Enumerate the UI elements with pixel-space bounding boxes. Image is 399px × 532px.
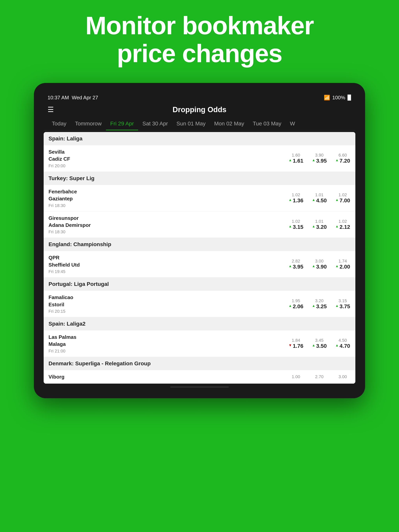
- odds-current: 2.12: [340, 224, 350, 230]
- odds-current: 3.20: [316, 224, 327, 230]
- arrow-up-icon: ▲: [289, 224, 292, 228]
- odds-current: 3.15: [293, 224, 303, 230]
- odds-column-2: 1.02▲7.00: [335, 192, 350, 204]
- arrow-up-icon: ▲: [335, 264, 339, 268]
- match-row[interactable]: Las PalmasMalagaFri 21:001.84▼1.763.45▲3…: [44, 330, 355, 357]
- match-teams: QPRSheffield Utd: [49, 254, 288, 268]
- arrow-up-icon: ▲: [312, 198, 315, 202]
- match-time: Fri 19:45: [49, 269, 288, 274]
- tab-today[interactable]: Today: [48, 119, 71, 130]
- odds-column-2: 1.74▲2.00: [335, 259, 350, 270]
- odds-prev: 1.02: [339, 219, 347, 224]
- odds-prev: 2.70: [315, 374, 324, 379]
- arrow-up-icon: ▲: [312, 343, 315, 347]
- match-row[interactable]: Viborg1.002.703.00: [44, 370, 355, 384]
- arrow-down-icon: ▼: [289, 343, 292, 347]
- arrow-up-icon: ▲: [289, 264, 292, 268]
- odds-current: 7.00: [340, 197, 350, 204]
- odds-current: 7.20: [340, 158, 350, 164]
- tab-tue03may[interactable]: Tue 03 May: [248, 119, 286, 130]
- odds-prev: 1.74: [339, 259, 347, 264]
- odds-prev: 1.00: [292, 374, 300, 379]
- odds-prev: 1.02: [292, 192, 300, 197]
- match-time: Fri 21:00: [49, 348, 288, 354]
- app-headline: Monitor bookmaker price changes: [70, 12, 329, 67]
- odds-column-1: 3.90▲3.95: [312, 153, 327, 164]
- odds-column-2: 3.15▲3.75: [335, 298, 350, 310]
- match-row[interactable]: GiresunsporAdana DemirsporFri 18:301.02▲…: [44, 211, 355, 238]
- odds-prev: 1.02: [292, 219, 300, 224]
- league-header-4: Spain: Laliga2: [44, 317, 355, 330]
- odds-current: 3.95: [316, 158, 327, 164]
- match-time: Fri 18:30: [49, 203, 288, 208]
- match-time: Fri 20:00: [49, 163, 288, 168]
- odds-prev: 2.82: [292, 259, 300, 264]
- tab-bar: Today Tommorow Fri 29 Apr Sat 30 Apr Sun…: [44, 118, 355, 130]
- match-row[interactable]: FenerbahceGaziantepFri 18:301.02▲1.361.0…: [44, 185, 355, 211]
- match-row[interactable]: SevillaCadiz CFFri 20:001.60▲1.613.90▲3.…: [44, 145, 355, 172]
- odds-column-1: 1.01▲4.50: [312, 192, 327, 204]
- tab-mon02may[interactable]: Mon 02 May: [210, 119, 248, 130]
- arrow-up-icon: ▲: [335, 158, 339, 162]
- match-teams: GiresunsporAdana Demirspor: [49, 215, 288, 229]
- odds-current: 1.61: [293, 158, 303, 164]
- match-row[interactable]: FamalicaoEstorilFri 20:151.95▲2.063.20▲3…: [44, 291, 355, 317]
- odds-column-1: 3.45▲3.50: [312, 338, 327, 349]
- status-indicators: 📶 100% ▉: [324, 95, 352, 101]
- content-area: Spain: LaligaSevillaCadiz CFFri 20:001.6…: [44, 132, 355, 384]
- arrow-up-icon: ▲: [289, 158, 292, 162]
- odds-prev: 1.95: [292, 298, 300, 303]
- odds-prev: 1.02: [339, 192, 347, 197]
- odds-group: 1.002.703.00: [288, 374, 350, 379]
- odds-group: 1.95▲2.063.20▲3.253.15▲3.75: [288, 298, 350, 310]
- tab-fri29apr[interactable]: Fri 29 Apr: [106, 119, 138, 130]
- arrow-up-icon: ▲: [335, 224, 339, 228]
- odds-current: 1.36: [293, 197, 303, 204]
- match-time: Fri 18:30: [49, 229, 288, 234]
- arrow-up-icon: ▲: [289, 198, 292, 202]
- status-time-date: 10:37 AM Wed Apr 27: [48, 95, 98, 101]
- odds-group: 2.82▲3.953.00▲3.901.74▲2.00: [288, 259, 350, 270]
- odds-column-2: 6.60▲7.20: [335, 153, 350, 164]
- odds-current: 4.70: [340, 343, 350, 349]
- league-header-0: Spain: Laliga: [44, 132, 355, 145]
- odds-prev: 4.50: [339, 338, 347, 343]
- odds-prev: 1.01: [315, 219, 324, 224]
- odds-column-0: 1.02▲3.15: [288, 219, 304, 230]
- odds-group: 1.02▲1.361.01▲4.501.02▲7.00: [288, 192, 350, 204]
- menu-button[interactable]: ☰: [48, 106, 54, 114]
- tab-sun01may[interactable]: Sun 01 May: [172, 119, 210, 130]
- league-header-5: Denmark: Superliga - Relegation Group: [44, 357, 355, 370]
- tab-tomorrow[interactable]: Tommorow: [71, 119, 106, 130]
- match-teams: Viborg: [49, 373, 288, 380]
- odds-prev: 6.60: [339, 153, 347, 158]
- tab-w[interactable]: W: [286, 119, 299, 130]
- odds-column-1: 2.70: [312, 374, 327, 379]
- match-row[interactable]: QPRSheffield UtdFri 19:452.82▲3.953.00▲3…: [44, 251, 355, 278]
- odds-column-2: 3.00: [335, 374, 350, 379]
- odds-current: 1.76: [293, 343, 303, 349]
- odds-column-0: 1.60▲1.61: [288, 153, 304, 164]
- odds-column-1: 3.00▲3.90: [312, 259, 327, 270]
- odds-current: 3.25: [316, 303, 327, 310]
- odds-current: 4.50: [316, 197, 327, 204]
- odds-current: 2.06: [293, 303, 303, 310]
- odds-prev: 1.60: [292, 153, 300, 158]
- status-bar: 10:37 AM Wed Apr 27 📶 100% ▉: [44, 93, 355, 104]
- odds-prev: 1.01: [315, 192, 324, 197]
- league-header-1: Turkey: Super Lig: [44, 172, 355, 185]
- match-time: Fri 20:15: [49, 309, 288, 314]
- tab-sat30apr[interactable]: Sat 30 Apr: [138, 119, 172, 130]
- app-title: Dropping Odds: [173, 106, 227, 114]
- odds-prev: 3.00: [315, 259, 324, 264]
- scroll-indicator: [170, 386, 229, 387]
- odds-current: 2.00: [340, 264, 350, 270]
- odds-column-2: 4.50▲4.70: [335, 338, 350, 349]
- device-frame: 10:37 AM Wed Apr 27 📶 100% ▉ ☰ Dropping …: [34, 83, 365, 398]
- odds-current: 3.95: [293, 264, 303, 270]
- odds-group: 1.60▲1.613.90▲3.956.60▲7.20: [288, 153, 350, 164]
- odds-current: 3.75: [340, 303, 350, 310]
- odds-column-0: 1.95▲2.06: [288, 298, 304, 310]
- odds-prev: 3.20: [315, 298, 324, 303]
- arrow-up-icon: ▲: [335, 343, 339, 347]
